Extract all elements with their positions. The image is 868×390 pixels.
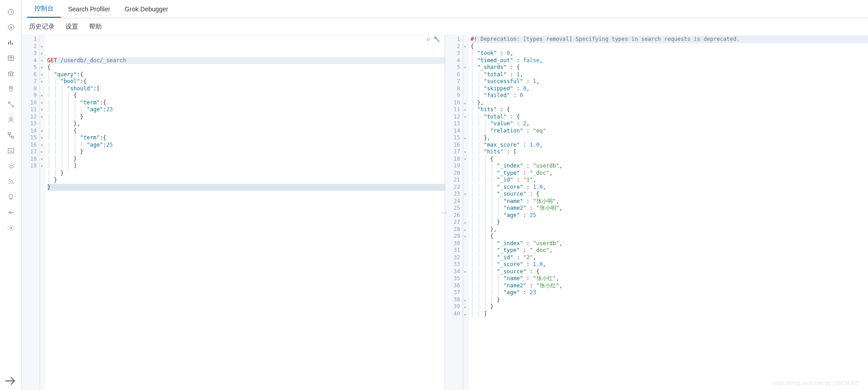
fold-toggle[interactable]: ▾ (40, 99, 45, 107)
subtab-2[interactable]: 帮助 (87, 21, 104, 33)
svg-point-1 (8, 25, 14, 30)
fold-toggle (463, 177, 469, 184)
bank-icon[interactable] (4, 66, 18, 81)
request-code[interactable]: ▷ 🔧 GET /userdb/_doc/_search{│ "query":{… (45, 35, 445, 390)
code-line: │ │ │ │ }, (47, 120, 445, 128)
fold-toggle (463, 198, 469, 205)
fold-toggle[interactable]: ▾ (40, 64, 45, 71)
fold-toggle[interactable]: ▾ (40, 114, 45, 121)
fold-toggle (463, 78, 469, 85)
fold-toggle[interactable]: ▾ (40, 57, 45, 64)
code-line: │ │ "max_score" : 1.0, (471, 142, 868, 149)
fold-toggle (463, 57, 469, 64)
fold-toggle (463, 71, 469, 79)
editor-split: 12345678910111213141516171819 ▾▾▾▾▾▾▾▾▾▾… (22, 35, 868, 390)
fold-toggle[interactable]: ▾ (40, 148, 45, 156)
response-gutter: 1234567891011121314151617181920212223242… (445, 35, 463, 390)
fold-toggle[interactable]: ▴ (463, 226, 469, 233)
fold-toggle[interactable]: ▾ (40, 106, 45, 114)
code-line: │ │ │ │ "_score" : 1.0, (471, 184, 868, 191)
user-icon[interactable] (4, 113, 18, 127)
fold-toggle[interactable]: ▾ (463, 191, 469, 198)
code-line: │ │ │ │ │ "name" : "张小明", (471, 198, 868, 205)
flow-icon[interactable] (4, 128, 18, 143)
code-line: │ │ "failed" : 0 (471, 92, 868, 99)
code-line: │ │ │ │ "_source" : { (471, 191, 868, 198)
fold-toggle[interactable]: ▾ (463, 43, 469, 50)
resize-handle[interactable]: ⋮ (442, 209, 448, 216)
code-line: #! Deprecation: [types removal] Specifyi… (471, 36, 868, 43)
code-line: │ │ │ │ ] (47, 163, 445, 170)
fold-toggle[interactable]: ▾ (40, 163, 45, 170)
code-line: │ │ ] (471, 311, 868, 318)
request-fold-column: ▾▾▾▾▾▾▾▾▾▾▾▾▾▾▾▾ (40, 35, 45, 390)
request-gutter: 12345678910111213141516171819 (22, 35, 40, 390)
fold-toggle[interactable]: ▾ (463, 148, 469, 156)
subtab-0[interactable]: 历史记录 (27, 21, 56, 33)
response-code[interactable]: #! Deprecation: [types removal] Specifyi… (469, 35, 868, 390)
fold-toggle[interactable]: ▾ (40, 50, 45, 57)
fold-toggle[interactable]: ▾ (463, 106, 469, 114)
code-line: │ │ │ │ │ │ "age":23 (47, 106, 445, 114)
code-line: │ │ │ │ │ "name2" : "张小红", (471, 282, 868, 290)
stream-icon[interactable] (4, 159, 18, 173)
tab-0[interactable]: 控制台 (27, 0, 61, 18)
console-icon[interactable] (4, 143, 18, 158)
svg-point-11 (10, 227, 12, 229)
bulb-icon[interactable] (4, 190, 18, 204)
fold-toggle[interactable]: ▴ (463, 219, 469, 226)
clock-icon[interactable] (4, 5, 18, 19)
code-line: │ │ │ │ "_score" : 1.0, (471, 261, 868, 268)
fold-toggle[interactable]: ▾ (463, 156, 469, 163)
fold-toggle (463, 289, 469, 296)
svg-point-6 (10, 117, 12, 120)
fold-toggle[interactable]: ▾ (40, 142, 45, 149)
fold-toggle[interactable]: ▴ (463, 99, 469, 107)
fold-toggle[interactable]: ▴ (463, 134, 469, 142)
fold-toggle[interactable]: ▴ (463, 311, 469, 318)
collapse-icon[interactable] (4, 374, 18, 388)
code-line: │ "timed_out" : false, (471, 57, 868, 64)
fold-toggle (463, 50, 469, 57)
fold-toggle[interactable]: ▾ (40, 156, 45, 163)
code-line: │ │ │ │ │ "term":{ (47, 134, 445, 142)
fold-toggle[interactable]: ▾ (40, 78, 45, 85)
code-line: │ }, (471, 99, 868, 107)
fold-toggle[interactable]: ▾ (40, 92, 45, 99)
fold-toggle[interactable]: ▾ (463, 268, 469, 276)
fold-toggle[interactable]: ▾ (40, 43, 45, 50)
code-line: │ │ "successful" : 1, (471, 78, 868, 85)
heartbeat-icon[interactable] (4, 205, 18, 220)
fold-toggle[interactable]: ▾ (40, 134, 45, 142)
fold-toggle[interactable]: ▾ (463, 233, 469, 240)
fold-toggle[interactable]: ▴ (463, 296, 469, 304)
code-line: │ │ │ │ │ "age" : 23 (471, 289, 868, 296)
fold-toggle[interactable]: ▾ (463, 64, 469, 71)
fold-toggle[interactable]: ▾ (40, 71, 45, 79)
chart-bar-icon[interactable] (4, 35, 18, 50)
fold-toggle (463, 212, 469, 219)
sidebar (0, 0, 22, 390)
code-line: │ "took" : 0, (471, 50, 868, 57)
fold-toggle (463, 170, 469, 177)
tab-1[interactable]: Search Profiler (61, 0, 118, 18)
pin-icon[interactable] (4, 82, 18, 96)
wrench-icon[interactable]: 🔧 (433, 36, 440, 43)
fold-toggle[interactable]: ▾ (40, 128, 45, 135)
graph-icon[interactable] (4, 97, 18, 112)
run-icon[interactable]: ▷ (427, 36, 431, 43)
fold-toggle (463, 36, 469, 43)
table-icon[interactable] (4, 51, 18, 65)
code-line: │ "_shards" : { (471, 64, 868, 71)
fold-toggle[interactable]: ▴ (463, 303, 469, 311)
fold-toggle[interactable]: ▾ (463, 114, 469, 121)
tab-2[interactable]: Grok Debugger (118, 0, 176, 18)
rss-icon[interactable] (4, 174, 18, 189)
compass-icon[interactable] (4, 20, 18, 35)
gear-icon[interactable] (4, 221, 18, 235)
svg-point-10 (9, 183, 10, 184)
code-line: │ │ │ │ "_index" : "userdb", (471, 163, 868, 170)
subtab-1[interactable]: 设置 (64, 21, 80, 33)
code-line: │ │ │ │ │ "term":{ (47, 99, 445, 107)
svg-rect-9 (8, 148, 14, 153)
